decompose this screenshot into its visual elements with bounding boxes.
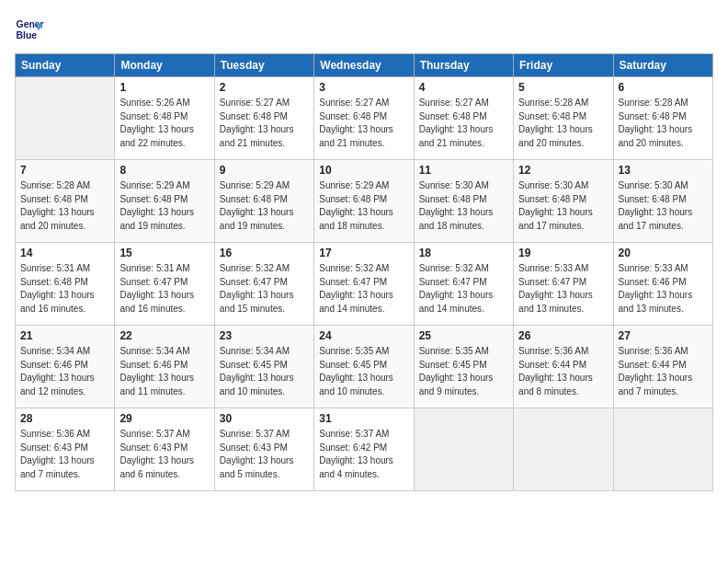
day-info: Sunrise: 5:34 AM Sunset: 6:45 PM Dayligh… <box>220 345 309 398</box>
calendar-week-3: 14Sunrise: 5:31 AM Sunset: 6:48 PM Dayli… <box>16 243 713 326</box>
logo-icon: General Blue <box>15 15 44 44</box>
day-number: 20 <box>619 247 708 259</box>
day-info: Sunrise: 5:37 AM Sunset: 6:42 PM Dayligh… <box>319 428 408 481</box>
calendar-cell <box>514 408 613 491</box>
day-number: 25 <box>419 329 508 342</box>
day-info: Sunrise: 5:37 AM Sunset: 6:43 PM Dayligh… <box>220 428 309 481</box>
day-number: 28 <box>20 412 109 425</box>
calendar-cell: 21Sunrise: 5:34 AM Sunset: 6:46 PM Dayli… <box>16 326 115 408</box>
day-info: Sunrise: 5:33 AM Sunset: 6:47 PM Dayligh… <box>518 262 608 316</box>
calendar-header: SundayMondayTuesdayWednesdayThursdayFrid… <box>16 54 713 77</box>
page-header: General Blue <box>15 15 713 44</box>
day-info: Sunrise: 5:29 AM Sunset: 6:48 PM Dayligh… <box>119 179 209 233</box>
day-info: Sunrise: 5:28 AM Sunset: 6:48 PM Dayligh… <box>619 97 708 150</box>
day-number: 10 <box>319 164 408 177</box>
day-info: Sunrise: 5:33 AM Sunset: 6:46 PM Dayligh… <box>619 262 708 316</box>
day-info: Sunrise: 5:32 AM Sunset: 6:47 PM Dayligh… <box>419 262 508 316</box>
day-info: Sunrise: 5:35 AM Sunset: 6:45 PM Dayligh… <box>419 345 508 398</box>
calendar-cell: 14Sunrise: 5:31 AM Sunset: 6:48 PM Dayli… <box>16 243 115 326</box>
day-number: 12 <box>518 164 608 177</box>
day-number: 5 <box>518 81 608 94</box>
calendar-week-1: 1Sunrise: 5:26 AM Sunset: 6:48 PM Daylig… <box>16 77 713 160</box>
day-info: Sunrise: 5:36 AM Sunset: 6:43 PM Dayligh… <box>20 428 109 481</box>
calendar-cell: 9Sunrise: 5:29 AM Sunset: 6:48 PM Daylig… <box>214 160 313 243</box>
day-info: Sunrise: 5:34 AM Sunset: 6:46 PM Dayligh… <box>119 345 209 398</box>
day-number: 27 <box>619 329 708 342</box>
day-number: 11 <box>419 164 508 177</box>
day-number: 21 <box>20 329 109 342</box>
calendar-week-4: 21Sunrise: 5:34 AM Sunset: 6:46 PM Dayli… <box>16 326 713 408</box>
day-info: Sunrise: 5:28 AM Sunset: 6:48 PM Dayligh… <box>518 97 608 150</box>
day-info: Sunrise: 5:34 AM Sunset: 6:46 PM Dayligh… <box>20 345 109 398</box>
day-number: 24 <box>319 329 408 342</box>
calendar-cell <box>16 77 115 160</box>
calendar-cell: 22Sunrise: 5:34 AM Sunset: 6:46 PM Dayli… <box>115 326 214 408</box>
calendar-cell: 11Sunrise: 5:30 AM Sunset: 6:48 PM Dayli… <box>414 160 513 243</box>
column-header-monday: Monday <box>115 54 214 77</box>
calendar-cell: 31Sunrise: 5:37 AM Sunset: 6:42 PM Dayli… <box>314 408 414 491</box>
day-number: 2 <box>220 81 309 94</box>
day-number: 23 <box>220 329 309 342</box>
day-info: Sunrise: 5:30 AM Sunset: 6:48 PM Dayligh… <box>518 179 608 233</box>
day-info: Sunrise: 5:32 AM Sunset: 6:47 PM Dayligh… <box>220 262 309 316</box>
calendar-cell <box>414 408 513 491</box>
day-number: 13 <box>619 164 708 177</box>
day-info: Sunrise: 5:28 AM Sunset: 6:48 PM Dayligh… <box>20 179 109 233</box>
column-header-tuesday: Tuesday <box>214 54 313 77</box>
calendar-cell: 16Sunrise: 5:32 AM Sunset: 6:47 PM Dayli… <box>214 243 313 326</box>
calendar-cell: 24Sunrise: 5:35 AM Sunset: 6:45 PM Dayli… <box>314 326 414 408</box>
column-header-wednesday: Wednesday <box>314 54 414 77</box>
day-info: Sunrise: 5:27 AM Sunset: 6:48 PM Dayligh… <box>419 97 508 150</box>
calendar-week-5: 28Sunrise: 5:36 AM Sunset: 6:43 PM Dayli… <box>16 408 713 491</box>
day-number: 31 <box>319 412 408 425</box>
calendar-cell: 4Sunrise: 5:27 AM Sunset: 6:48 PM Daylig… <box>414 77 513 160</box>
calendar-cell: 7Sunrise: 5:28 AM Sunset: 6:48 PM Daylig… <box>16 160 115 243</box>
calendar-cell: 27Sunrise: 5:36 AM Sunset: 6:44 PM Dayli… <box>613 326 712 408</box>
day-number: 1 <box>119 81 209 94</box>
calendar-cell: 12Sunrise: 5:30 AM Sunset: 6:48 PM Dayli… <box>514 160 613 243</box>
day-info: Sunrise: 5:36 AM Sunset: 6:44 PM Dayligh… <box>619 345 708 398</box>
day-number: 3 <box>319 81 408 94</box>
calendar-cell: 28Sunrise: 5:36 AM Sunset: 6:43 PM Dayli… <box>16 408 115 491</box>
day-info: Sunrise: 5:35 AM Sunset: 6:45 PM Dayligh… <box>319 345 408 398</box>
calendar-cell: 17Sunrise: 5:32 AM Sunset: 6:47 PM Dayli… <box>314 243 414 326</box>
day-number: 8 <box>119 164 209 177</box>
day-number: 26 <box>518 329 608 342</box>
day-info: Sunrise: 5:29 AM Sunset: 6:48 PM Dayligh… <box>319 179 408 233</box>
day-info: Sunrise: 5:37 AM Sunset: 6:43 PM Dayligh… <box>119 428 209 481</box>
calendar-cell: 23Sunrise: 5:34 AM Sunset: 6:45 PM Dayli… <box>214 326 313 408</box>
calendar-cell: 26Sunrise: 5:36 AM Sunset: 6:44 PM Dayli… <box>514 326 613 408</box>
logo: General Blue <box>15 15 48 44</box>
day-info: Sunrise: 5:30 AM Sunset: 6:48 PM Dayligh… <box>419 179 508 233</box>
day-number: 17 <box>319 247 408 259</box>
calendar-cell: 15Sunrise: 5:31 AM Sunset: 6:47 PM Dayli… <box>115 243 214 326</box>
day-number: 18 <box>419 247 508 259</box>
column-header-saturday: Saturday <box>613 54 712 77</box>
day-number: 19 <box>518 247 608 259</box>
column-header-friday: Friday <box>514 54 613 77</box>
calendar-cell: 18Sunrise: 5:32 AM Sunset: 6:47 PM Dayli… <box>414 243 513 326</box>
day-number: 14 <box>20 247 109 259</box>
day-number: 22 <box>119 329 209 342</box>
day-number: 9 <box>220 164 309 177</box>
calendar-cell: 6Sunrise: 5:28 AM Sunset: 6:48 PM Daylig… <box>613 77 712 160</box>
day-number: 4 <box>419 81 508 94</box>
day-info: Sunrise: 5:30 AM Sunset: 6:48 PM Dayligh… <box>619 179 708 233</box>
column-header-thursday: Thursday <box>414 54 513 77</box>
calendar-cell: 10Sunrise: 5:29 AM Sunset: 6:48 PM Dayli… <box>314 160 414 243</box>
day-info: Sunrise: 5:29 AM Sunset: 6:48 PM Dayligh… <box>220 179 309 233</box>
day-info: Sunrise: 5:32 AM Sunset: 6:47 PM Dayligh… <box>319 262 408 316</box>
calendar-cell: 3Sunrise: 5:27 AM Sunset: 6:48 PM Daylig… <box>314 77 414 160</box>
day-number: 6 <box>619 81 708 94</box>
calendar-table: SundayMondayTuesdayWednesdayThursdayFrid… <box>15 53 713 491</box>
day-info: Sunrise: 5:31 AM Sunset: 6:48 PM Dayligh… <box>20 262 109 316</box>
day-info: Sunrise: 5:31 AM Sunset: 6:47 PM Dayligh… <box>119 262 209 316</box>
calendar-cell: 1Sunrise: 5:26 AM Sunset: 6:48 PM Daylig… <box>115 77 214 160</box>
calendar-cell: 2Sunrise: 5:27 AM Sunset: 6:48 PM Daylig… <box>214 77 313 160</box>
calendar-cell: 5Sunrise: 5:28 AM Sunset: 6:48 PM Daylig… <box>514 77 613 160</box>
calendar-cell: 13Sunrise: 5:30 AM Sunset: 6:48 PM Dayli… <box>613 160 712 243</box>
calendar-cell: 25Sunrise: 5:35 AM Sunset: 6:45 PM Dayli… <box>414 326 513 408</box>
svg-text:Blue: Blue <box>17 30 38 40</box>
day-info: Sunrise: 5:27 AM Sunset: 6:48 PM Dayligh… <box>319 97 408 150</box>
day-number: 29 <box>119 412 209 425</box>
